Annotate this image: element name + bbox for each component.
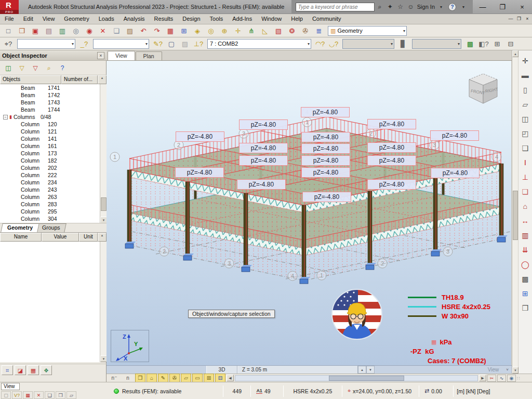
tree-row[interactable]: Column 202: [0, 164, 99, 171]
projection-view-icon[interactable]: ▱: [66, 391, 76, 399]
tree-row[interactable]: Column 263: [0, 193, 99, 201]
units-label[interactable]: [m] [kN] [Deg]: [457, 388, 490, 394]
frame-3d-icon[interactable]: ▩ ▾: [464, 38, 476, 49]
scroll-right-icon[interactable]: ▶: [479, 375, 486, 381]
display-attributes-icon[interactable]: ⌂ ▾: [147, 374, 157, 382]
active-layout-icon[interactable]: ⊟ ▾: [215, 374, 225, 382]
libraries-icon[interactable]: ▥ ▾: [56, 25, 69, 36]
result-table-icon[interactable]: ⊟ ▾: [504, 38, 517, 49]
sections-icon[interactable]: I: [519, 156, 531, 168]
tree-row[interactable]: Column 222: [0, 171, 99, 179]
dropdown-arrow-icon[interactable]: ▾: [389, 42, 393, 46]
copy-icon[interactable]: ❏ ▾: [110, 25, 123, 36]
view-bottom-tab[interactable]: View: [1, 383, 20, 390]
inactive-window-icon[interactable]: ▨ ▾: [179, 38, 191, 49]
supports-icon[interactable]: ⊥: [519, 171, 531, 182]
selection-frame-icon[interactable]: ▢: [1, 391, 11, 399]
tree-row[interactable]: Column 295: [0, 208, 99, 215]
tree-row[interactable]: Column 121: [0, 128, 99, 135]
tab-groups[interactable]: Groups: [35, 223, 66, 232]
tree-row[interactable]: Column 182: [0, 157, 99, 164]
open-project-icon[interactable]: ❒ ▾: [16, 25, 28, 36]
rendering-icon[interactable]: ❒: [519, 302, 531, 313]
menu-item[interactable]: Tools: [205, 14, 228, 24]
connection-mode-icon[interactable]: ▊ ▾: [397, 38, 409, 49]
right-scroll-down-icon[interactable]: ▼: [512, 367, 518, 374]
tree-row[interactable]: Column 161: [0, 142, 99, 150]
sign-in-caret-icon[interactable]: ▾: [436, 5, 446, 9]
tab-view[interactable]: View: [108, 51, 135, 60]
object-selection-icon[interactable]: ◯: [519, 258, 531, 270]
level-up-button[interactable]: ▲: [358, 366, 366, 374]
menu-item[interactable]: Loads: [94, 14, 119, 24]
print-icon[interactable]: ▤ ▾: [43, 25, 55, 36]
property-grid[interactable]: ▼: [0, 242, 107, 362]
loads-icon[interactable]: ⇊: [519, 244, 531, 255]
visibility-icon[interactable]: ◉: [507, 375, 516, 382]
cut-plane-icon[interactable]: ✂: [487, 375, 496, 382]
dropdown-arrow-icon[interactable]: ▾: [70, 42, 74, 46]
display-options-icon[interactable]: ◫: [3, 63, 14, 73]
calculations-icon[interactable]: ▦ ▾: [164, 25, 177, 36]
zoom-all-icon[interactable]: ⊕ ▾: [218, 25, 231, 36]
tree-row[interactable]: Column 141: [0, 135, 99, 142]
communication-icon[interactable]: ✦: [385, 3, 395, 10]
zoom-window-icon[interactable]: ◎ ▾: [205, 25, 217, 36]
search-input[interactable]: [296, 3, 375, 11]
tree-row[interactable]: Column 120: [0, 121, 99, 128]
moving-load-help-icon[interactable]: ◡? ▾: [327, 38, 340, 49]
maximize-button[interactable]: ❐: [493, 0, 512, 14]
property-scrollbar[interactable]: ▼: [100, 242, 107, 362]
print-preview-icon[interactable]: ◎ ▾: [70, 25, 82, 36]
horizontal-scroll-thumb[interactable]: [329, 376, 404, 381]
tree-row[interactable]: Beam 1741: [0, 84, 99, 91]
node-filter-combo[interactable]: ▾: [93, 39, 149, 49]
menu-item[interactable]: Help: [286, 14, 308, 24]
walls-icon[interactable]: ◫: [519, 113, 531, 124]
collapse-chevron-icon[interactable]: ˅: [506, 366, 512, 374]
tree-row[interactable]: Column 304: [0, 215, 99, 222]
dropdown-arrow-icon[interactable]: ▾: [305, 42, 310, 46]
axes-definition-icon[interactable]: ✛: [519, 55, 531, 66]
favorites-star-icon[interactable]: ☆: [395, 3, 406, 10]
menu-item[interactable]: Edit: [19, 14, 38, 24]
frames-grid-icon[interactable]: ▥: [519, 229, 531, 241]
load-case-selector[interactable]: 7 : COMB2 ▾: [207, 39, 311, 49]
right-scrollbar[interactable]: ▲ ▼: [512, 50, 518, 374]
axes-off-icon[interactable]: ✕: [34, 391, 44, 399]
minimize-button[interactable]: —: [473, 0, 493, 14]
selection-filter-combo[interactable]: ▾: [17, 39, 75, 49]
scroll-up-icon[interactable]: ▲: [98, 233, 107, 242]
menu-item[interactable]: Design: [178, 14, 205, 24]
view-help-icon[interactable]: V?: [12, 391, 22, 399]
level-down-button[interactable]: ▼: [366, 366, 375, 374]
close-button[interactable]: ×: [512, 0, 532, 14]
display-grid-icon[interactable]: ▦: [23, 391, 33, 399]
paste-icon[interactable]: ▨ ▾: [124, 25, 136, 36]
panels-icon[interactable]: ❏: [519, 185, 531, 197]
menu-item[interactable]: Add-Ins: [228, 14, 257, 24]
select-objects-help-icon[interactable]: ⌖? ▾: [2, 38, 15, 49]
filter-remove-icon[interactable]: ▽: [30, 63, 41, 73]
layout-grid-icon[interactable]: ⊞ ▾: [204, 374, 214, 382]
tab-plan[interactable]: Plan: [136, 51, 162, 60]
load-table-icon[interactable]: ⊞ ▾: [491, 38, 503, 49]
dimetric-view-icon[interactable]: ❒: [56, 391, 65, 399]
tree-row[interactable]: Beam 1743: [0, 99, 99, 106]
iso-view-icon[interactable]: ❑: [45, 391, 55, 399]
menu-item[interactable]: Community: [308, 14, 346, 24]
volumes-icon[interactable]: ❑: [519, 142, 531, 153]
tree-row[interactable]: Column 234: [0, 179, 99, 186]
tab-geometry[interactable]: Geometry: [1, 223, 39, 232]
dropdown-arrow-icon[interactable]: ▾: [456, 42, 460, 46]
value-column-header[interactable]: Value: [42, 233, 79, 242]
tree-row[interactable]: Column 173: [0, 150, 99, 157]
dimensions-icon[interactable]: ↔: [519, 215, 531, 226]
mdi-minimize-button[interactable]: —: [507, 14, 515, 23]
object-browser-toggle-icon[interactable]: ≣ ▾: [313, 25, 325, 36]
measure-icon[interactable]: ◺ ▾: [259, 25, 271, 36]
resize-grip-icon[interactable]: ∷: [517, 376, 521, 381]
red-flag-icon[interactable]: ◪: [15, 365, 26, 375]
unit-column-header[interactable]: Unit: [79, 233, 98, 242]
view-tools-icon[interactable]: ✇ ▾: [169, 374, 180, 382]
